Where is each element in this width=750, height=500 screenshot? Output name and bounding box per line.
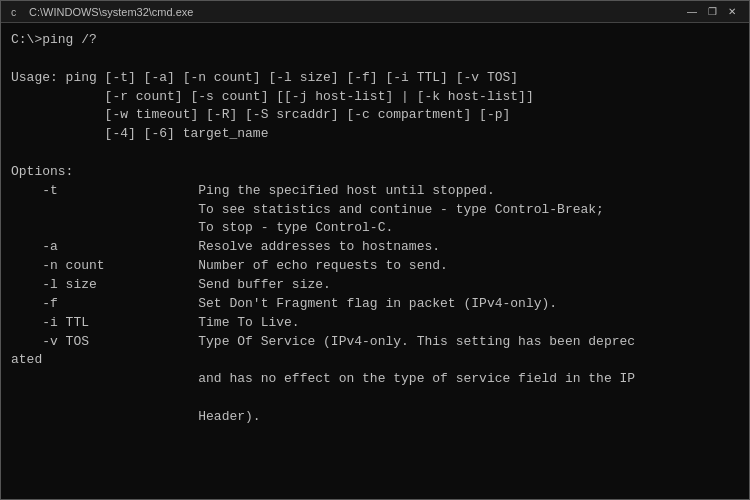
window-title: C:\WINDOWS\system32\cmd.exe [29,6,193,18]
title-bar: C C:\WINDOWS\system32\cmd.exe — ❐ ✕ [1,1,749,23]
terminal-line: [-r count] [-s count] [[-j host-list] | … [11,88,739,107]
terminal-line: To stop - type Control-C. [11,219,739,238]
terminal-line: Header). [11,408,739,427]
terminal-line: [-w timeout] [-R] [-S srcaddr] [-c compa… [11,106,739,125]
terminal-line: ated [11,351,739,370]
terminal-line: -n count Number of echo requests to send… [11,257,739,276]
cmd-icon: C [9,5,23,19]
terminal-line: To see statistics and continue - type Co… [11,201,739,220]
minimize-button[interactable]: — [683,4,701,20]
terminal-line: Options: [11,163,739,182]
cmd-window: C C:\WINDOWS\system32\cmd.exe — ❐ ✕ C:\>… [0,0,750,500]
terminal-line: and has no effect on the type of service… [11,370,739,389]
terminal-line: -a Resolve addresses to hostnames. [11,238,739,257]
terminal-line: -f Set Don't Fragment flag in packet (IP… [11,295,739,314]
terminal-empty-line [11,144,739,163]
terminal-line: [-4] [-6] target_name [11,125,739,144]
terminal-line: -l size Send buffer size. [11,276,739,295]
close-button[interactable]: ✕ [723,4,741,20]
maximize-button[interactable]: ❐ [703,4,721,20]
terminal-output: C:\>ping /?Usage: ping [-t] [-a] [-n cou… [1,23,749,499]
terminal-line: Usage: ping [-t] [-a] [-n count] [-l siz… [11,69,739,88]
terminal-line: -i TTL Time To Live. [11,314,739,333]
terminal-empty-line [11,389,739,408]
window-controls: — ❐ ✕ [683,4,741,20]
terminal-line: -t Ping the specified host until stopped… [11,182,739,201]
svg-text:C: C [11,9,17,18]
title-bar-left: C C:\WINDOWS\system32\cmd.exe [9,5,193,19]
terminal-empty-line [11,50,739,69]
terminal-line: -v TOS Type Of Service (IPv4-only. This … [11,333,739,352]
terminal-line: C:\>ping /? [11,31,739,50]
